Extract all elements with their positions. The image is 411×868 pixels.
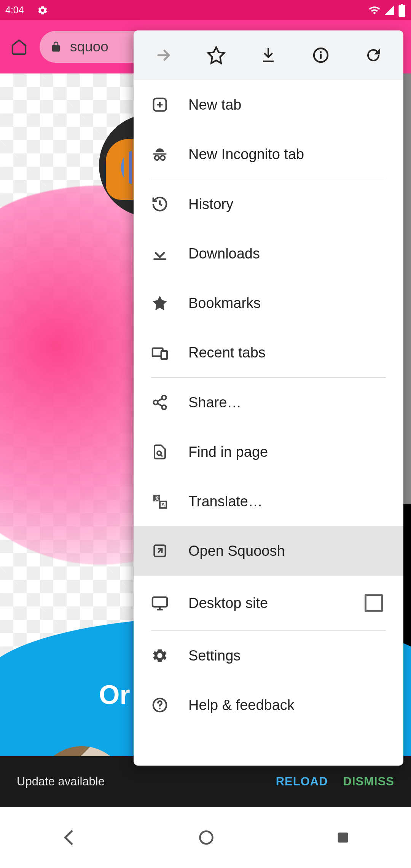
overflow-menu: New tab New Incognito tab History Downlo… — [134, 30, 403, 766]
menu-label: New tab — [188, 97, 386, 113]
home-icon — [10, 38, 28, 56]
incognito-icon — [151, 145, 169, 163]
settings-status-icon — [37, 5, 48, 16]
svg-point-9 — [161, 156, 165, 160]
home-button[interactable] — [8, 35, 30, 58]
menu-label: Find in page — [188, 444, 386, 460]
reload-button[interactable]: RELOAD — [276, 775, 328, 788]
menu-label: Recent tabs — [188, 345, 386, 361]
star-filled-icon — [151, 294, 169, 312]
svg-rect-12 — [161, 351, 167, 359]
share-item[interactable]: Share… — [134, 378, 403, 427]
svg-rect-1 — [338, 833, 348, 843]
bookmark-button[interactable] — [201, 40, 231, 70]
page-info-button[interactable] — [306, 40, 336, 70]
desktop-checkbox[interactable] — [365, 594, 383, 612]
svg-text:A: A — [161, 502, 165, 507]
svg-line-20 — [161, 455, 162, 456]
menu-label: Share… — [188, 394, 386, 411]
gear-icon — [151, 647, 169, 664]
find-in-page-item[interactable]: Find in page — [134, 427, 403, 477]
menu-label: Translate… — [188, 493, 386, 510]
downloads-item[interactable]: Downloads — [134, 229, 403, 278]
snackbar-message: Update available — [17, 775, 261, 788]
share-icon — [151, 394, 169, 411]
svg-point-15 — [154, 400, 158, 405]
settings-item[interactable]: Settings — [134, 631, 403, 680]
incognito-tab-item[interactable]: New Incognito tab — [134, 129, 403, 179]
menu-label: Bookmarks — [188, 295, 386, 311]
svg-point-14 — [162, 396, 166, 400]
system-nav-bar — [0, 807, 411, 868]
help-icon — [151, 696, 169, 714]
info-icon — [312, 46, 330, 64]
svg-text:文: 文 — [155, 495, 160, 501]
svg-line-17 — [158, 399, 162, 401]
open-external-icon — [151, 542, 169, 560]
new-tab-item[interactable]: New tab — [134, 80, 403, 129]
menu-label: Help & feedback — [188, 697, 386, 713]
desktop-icon — [151, 594, 169, 612]
open-app-item[interactable]: Open Squoosh — [134, 526, 403, 576]
scrollbar[interactable] — [403, 73, 411, 504]
menu-icon-row — [134, 30, 403, 80]
back-nav-icon[interactable] — [61, 829, 77, 846]
translate-icon: 文A — [151, 493, 169, 510]
menu-label: Settings — [188, 648, 386, 664]
status-time: 4:04 — [5, 5, 24, 16]
recent-tabs-item[interactable]: Recent tabs — [134, 328, 403, 377]
find-in-page-icon — [151, 443, 169, 461]
svg-point-4 — [320, 51, 322, 53]
dismiss-button[interactable]: DISMISS — [343, 775, 394, 788]
lock-icon — [50, 40, 62, 54]
downloads-icon — [151, 245, 169, 262]
wifi-icon — [368, 4, 381, 16]
home-nav-icon[interactable] — [198, 829, 215, 846]
menu-label: New Incognito tab — [188, 146, 386, 163]
forward-icon — [155, 46, 173, 64]
translate-item[interactable]: 文A Translate… — [134, 477, 403, 526]
svg-point-0 — [200, 831, 212, 844]
bookmarks-item[interactable]: Bookmarks — [134, 278, 403, 328]
svg-point-16 — [162, 405, 166, 409]
star-outline-icon — [207, 46, 226, 65]
menu-label: History — [188, 196, 386, 212]
history-item[interactable]: History — [134, 179, 403, 229]
menu-label: Open Squoosh — [188, 543, 386, 559]
refresh-icon — [364, 46, 382, 64]
svg-point-28 — [159, 708, 161, 710]
refresh-button[interactable] — [358, 40, 389, 70]
history-icon — [151, 195, 169, 213]
url-text: squoo — [70, 39, 108, 55]
cell-signal-icon — [384, 5, 395, 16]
download-button[interactable] — [253, 40, 284, 70]
recents-nav-icon[interactable] — [335, 830, 350, 845]
help-item[interactable]: Help & feedback — [134, 680, 403, 730]
new-tab-icon — [151, 96, 169, 113]
battery-icon — [398, 4, 406, 17]
devices-icon — [151, 344, 169, 361]
menu-label: Downloads — [188, 246, 386, 262]
svg-point-19 — [157, 451, 161, 455]
forward-button[interactable] — [148, 40, 179, 70]
menu-label: Desktop site — [188, 595, 345, 611]
download-icon — [259, 46, 277, 64]
status-bar: 4:04 — [0, 0, 411, 20]
svg-point-8 — [155, 156, 159, 160]
desktop-site-item[interactable]: Desktop site — [134, 576, 403, 630]
svg-line-18 — [158, 404, 162, 406]
svg-rect-24 — [153, 597, 167, 607]
